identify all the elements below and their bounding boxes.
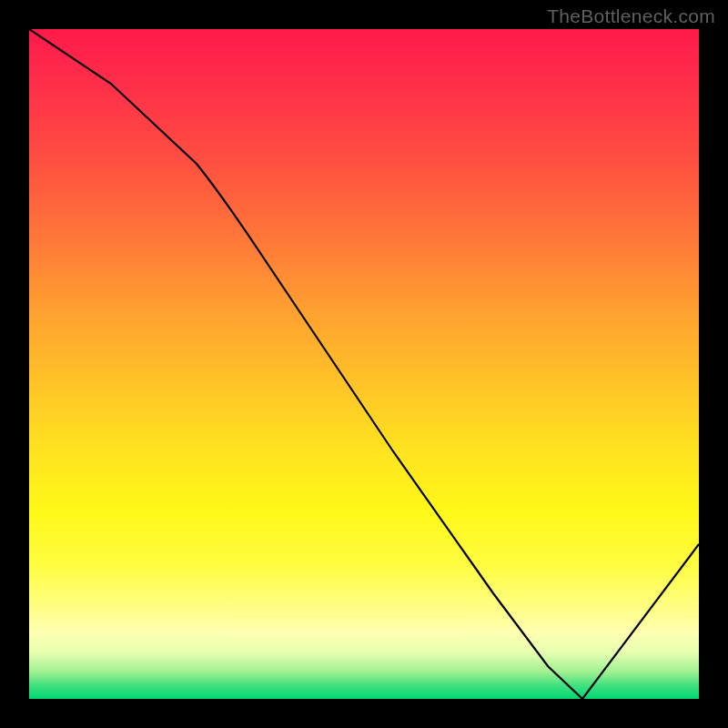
- chart-plot-area: [29, 29, 699, 699]
- curve-path: [29, 29, 699, 699]
- bottleneck-curve: [29, 29, 699, 699]
- watermark-text: TheBottleneck.com: [547, 5, 715, 27]
